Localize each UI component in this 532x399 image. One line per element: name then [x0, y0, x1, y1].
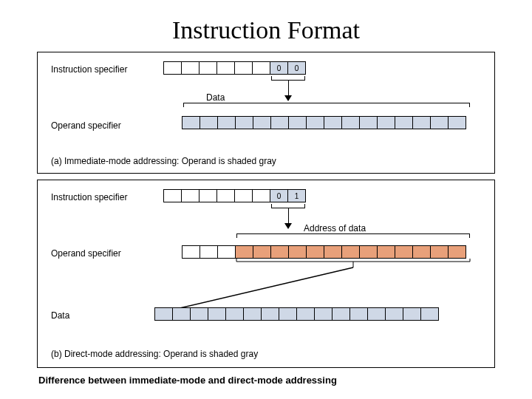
label-operand-specifier-a: Operand specifier — [51, 120, 121, 131]
panel-immediate-mode: Instruction specifier 00 Data Operand sp… — [37, 52, 495, 174]
bit-cell — [421, 307, 439, 321]
bit-cell — [182, 61, 200, 75]
bit-cell — [253, 61, 270, 75]
caption-b: (b) Direct-mode addressing: Operand is s… — [51, 349, 258, 359]
bit-cell — [342, 245, 360, 259]
bit-cell — [413, 116, 431, 129]
bit-cell — [217, 61, 235, 75]
bit-cell: 0 — [270, 189, 288, 202]
panel-direct-mode: Instruction specifier 01 Address of data… — [37, 180, 495, 368]
bit-cell — [360, 116, 378, 129]
bit-cell — [155, 307, 173, 321]
bit-cell — [200, 116, 218, 129]
bit-cell — [183, 245, 200, 259]
bit-cell — [262, 307, 279, 321]
arrow-line-mode-a — [288, 81, 289, 97]
operand-specifier-row-a — [182, 116, 466, 129]
bit-cell — [350, 307, 368, 321]
svg-line-4 — [157, 267, 353, 313]
bit-cell — [315, 307, 332, 321]
bit-cell — [449, 116, 466, 129]
bit-cell — [253, 245, 271, 259]
bit-cell — [253, 116, 271, 129]
bit-cell — [449, 245, 466, 259]
bit-cell — [173, 307, 191, 321]
bit-cell — [403, 307, 421, 321]
bit-cell — [235, 61, 253, 75]
bit-cell — [182, 189, 200, 202]
bit-cell — [183, 116, 200, 129]
bit-cell — [289, 245, 307, 259]
bit-cell — [378, 116, 395, 129]
bit-cell — [307, 116, 324, 129]
label-instruction-specifier-b: Instruction specifier — [51, 192, 127, 202]
arrow-line-mode-b — [288, 208, 289, 225]
bit-cell — [200, 61, 217, 75]
bit-cell — [253, 189, 270, 202]
bit-cell — [218, 116, 236, 129]
bit-cell — [395, 245, 413, 259]
bit-cell — [307, 245, 324, 259]
label-data-b: Data — [51, 310, 69, 321]
bit-cell — [200, 245, 218, 259]
bit-cell — [217, 189, 235, 202]
label-address-of-data: Address of data — [304, 223, 366, 233]
label-data-a: Data — [206, 92, 225, 103]
bit-cell — [368, 307, 386, 321]
bit-cell — [324, 116, 342, 129]
bit-cell — [236, 116, 253, 129]
bit-cell — [164, 189, 182, 202]
arrow-head-mode-a — [284, 95, 292, 101]
bit-cell — [289, 116, 307, 129]
bit-cell — [279, 307, 297, 321]
bit-cell — [297, 307, 315, 321]
bit-cell — [226, 307, 244, 321]
bit-cell — [235, 189, 253, 202]
label-instruction-specifier-a: Instruction specifier — [51, 64, 127, 75]
bit-cell — [244, 307, 262, 321]
bit-cell — [324, 245, 342, 259]
bit-cell: 1 — [288, 189, 306, 202]
arrow-head-mode-b — [284, 223, 292, 229]
bit-cell — [271, 245, 289, 259]
bit-cell — [332, 307, 350, 321]
bit-cell — [164, 61, 182, 75]
bit-cell — [378, 245, 395, 259]
bit-cell — [395, 116, 413, 129]
bit-cell — [386, 307, 403, 321]
bit-cell — [431, 116, 449, 129]
bit-cell: 0 — [270, 61, 288, 75]
bit-cell — [413, 245, 431, 259]
bracket-address-b — [236, 233, 470, 238]
bit-cell — [342, 116, 360, 129]
bit-cell — [208, 307, 226, 321]
instruction-specifier-row-b: 01 — [163, 189, 306, 202]
bit-cell — [271, 116, 289, 129]
bit-cell — [218, 245, 236, 259]
page-title: Instruction Format — [0, 0, 532, 52]
operand-specifier-row-b — [182, 245, 466, 259]
caption-a: (a) Immediate-mode addressing: Operand i… — [51, 156, 276, 166]
bit-cell — [200, 189, 217, 202]
bit-cell — [236, 245, 253, 259]
bit-cell — [431, 245, 449, 259]
arrow-address-to-data — [38, 180, 496, 369]
bit-cell — [191, 307, 208, 321]
instruction-specifier-row-a: 00 — [163, 61, 306, 75]
label-operand-specifier-b: Operand specifier — [51, 248, 121, 259]
data-row-b — [154, 307, 439, 321]
bit-cell — [360, 245, 378, 259]
bottom-caption: Difference between immediate-mode and di… — [38, 375, 337, 386]
bracket-operand-a — [183, 103, 470, 107]
bit-cell: 0 — [288, 61, 306, 75]
